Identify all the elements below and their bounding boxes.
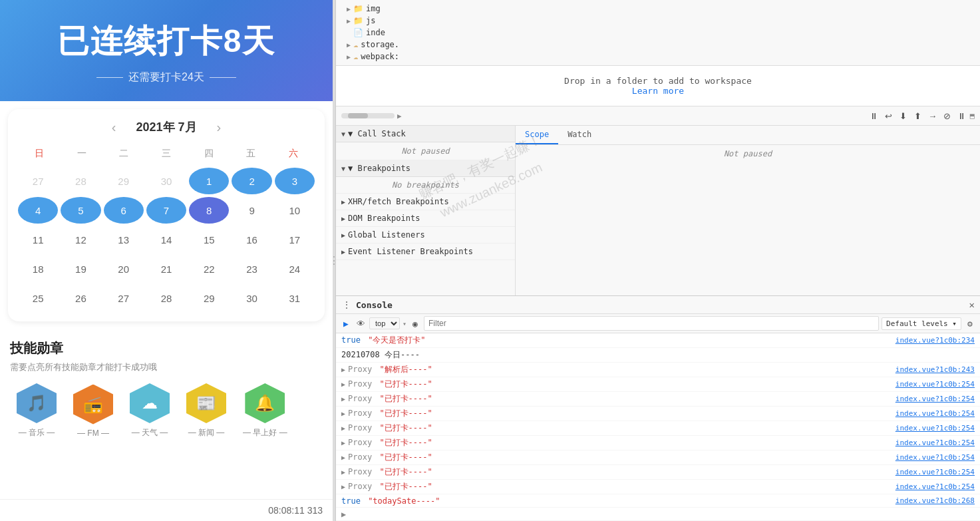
global-listeners-section[interactable]: ▶ Global Listeners bbox=[336, 227, 515, 244]
event-listener-breakpoints-section[interactable]: ▶ Event Listener Breakpoints bbox=[336, 244, 515, 260]
cal-day[interactable]: 10 bbox=[275, 197, 315, 224]
expand-arrow[interactable]: ▶ bbox=[341, 381, 345, 388]
expand-arrow[interactable]: ▶ bbox=[341, 366, 345, 373]
console-level-select[interactable]: Default levels ▾ bbox=[882, 317, 961, 330]
cal-day[interactable]: 13 bbox=[104, 226, 144, 253]
file-tree-item[interactable]: ▶ 📁 js bbox=[336, 15, 980, 27]
cal-day[interactable]: 21 bbox=[146, 256, 186, 282]
cal-day[interactable]: 22 bbox=[189, 256, 229, 282]
breakpoints-header[interactable]: ▼ ▼ Breakpoints bbox=[336, 160, 515, 177]
cal-day[interactable]: 27 bbox=[104, 285, 144, 311]
cal-day[interactable]: 3 bbox=[275, 168, 315, 194]
calendar-prev-button[interactable]: ‹ bbox=[112, 120, 116, 135]
cal-day-today[interactable]: 8 bbox=[189, 197, 229, 224]
cal-day[interactable]: 16 bbox=[232, 226, 271, 253]
console-filter-input[interactable] bbox=[424, 316, 879, 331]
cal-day[interactable]: 24 bbox=[275, 256, 315, 282]
scroll-right-arrow[interactable]: ▶ bbox=[397, 112, 402, 120]
pause-on-exception-button[interactable]: ⏸ bbox=[955, 109, 969, 122]
log-row[interactable]: true "今天是否打卡" index.vue?1c0b:234 bbox=[336, 333, 980, 348]
learn-more-link[interactable]: Learn more bbox=[632, 86, 684, 96]
expand-arrow[interactable]: ▶ bbox=[341, 395, 345, 403]
log-link[interactable]: index.vue?1c0b:254 bbox=[896, 380, 975, 389]
cal-day[interactable]: 2 bbox=[232, 168, 271, 194]
horizontal-scrollbar[interactable] bbox=[341, 113, 395, 118]
cal-day[interactable]: 25 bbox=[18, 285, 58, 311]
tab-watch[interactable]: Watch bbox=[558, 126, 601, 144]
cal-day[interactable]: 27 bbox=[18, 168, 58, 194]
pause-resume-button[interactable]: ⏸ bbox=[868, 109, 881, 122]
skill-item-music[interactable]: 🎵 — 音乐 — bbox=[17, 383, 57, 438]
log-link[interactable]: index.vue?1c0b:243 bbox=[896, 365, 975, 374]
skill-item-fm[interactable]: 📻 — FM — bbox=[73, 385, 113, 438]
cal-day[interactable]: 29 bbox=[189, 285, 229, 311]
execute-context-button[interactable]: ▶ bbox=[340, 317, 352, 329]
skill-item-news[interactable]: 📰 — 新闻 — bbox=[186, 383, 226, 438]
console-close-button[interactable]: ✕ bbox=[969, 299, 975, 310]
cal-day[interactable]: 17 bbox=[275, 226, 315, 253]
cal-day[interactable]: 11 bbox=[18, 226, 58, 253]
log-link[interactable]: index.vue?1c0b:254 bbox=[896, 453, 975, 462]
log-row[interactable]: ▶ Proxy "已打卡----" index.vue?1c0b:254 bbox=[336, 392, 980, 407]
cal-day[interactable]: 14 bbox=[146, 226, 186, 253]
log-link[interactable]: index.vue?1c0b:254 bbox=[896, 409, 975, 418]
continue-button[interactable]: → bbox=[926, 109, 939, 122]
expand-arrow[interactable]: ▶ bbox=[341, 468, 345, 476]
console-log-area[interactable]: true "今天是否打卡" index.vue?1c0b:234 2021070… bbox=[336, 333, 980, 521]
calendar-next-button[interactable]: › bbox=[217, 120, 222, 135]
log-link[interactable]: index.vue?1c0b:268 bbox=[896, 496, 975, 505]
expand-arrow[interactable]: ▶ bbox=[341, 410, 345, 417]
log-row[interactable]: ▶ Proxy "已打卡----" index.vue?1c0b:254 bbox=[336, 480, 980, 494]
file-tree-item[interactable]: ▶ ☁ storage. bbox=[336, 39, 980, 51]
cal-day[interactable]: 29 bbox=[104, 168, 144, 194]
step-out-button[interactable]: ⬆ bbox=[911, 109, 925, 122]
cal-day[interactable]: 15 bbox=[189, 226, 229, 253]
log-link[interactable]: index.vue?1c0b:254 bbox=[896, 424, 975, 433]
log-row[interactable]: ▶ Proxy "已打卡----" index.vue?1c0b:254 bbox=[336, 421, 980, 436]
cal-day[interactable]: 7 bbox=[146, 197, 186, 224]
cal-day[interactable]: 30 bbox=[232, 285, 271, 311]
console-settings-button[interactable]: ⚙ bbox=[964, 317, 976, 329]
log-row[interactable]: ▶ Proxy "已打卡----" index.vue?1c0b:254 bbox=[336, 436, 980, 450]
log-row[interactable]: ▶ Proxy "已打卡----" index.vue?1c0b:254 bbox=[336, 465, 980, 480]
cal-day[interactable]: 31 bbox=[275, 285, 315, 311]
cal-day[interactable]: 23 bbox=[232, 256, 271, 282]
cal-day[interactable]: 28 bbox=[146, 285, 186, 311]
expand-arrow[interactable]: ▶ bbox=[341, 439, 345, 446]
deactivate-breakpoints-button[interactable]: ⊘ bbox=[941, 109, 954, 122]
step-into-button[interactable]: ⬇ bbox=[897, 109, 910, 122]
step-over-button[interactable]: ↩ bbox=[882, 109, 896, 122]
expand-arrow[interactable]: ▶ bbox=[341, 483, 345, 490]
show-network-button[interactable]: ◉ bbox=[409, 317, 421, 329]
file-tree-item[interactable]: ▶ ☁ webpack: bbox=[336, 51, 980, 63]
tab-scope[interactable]: Scope bbox=[516, 126, 558, 144]
log-link[interactable]: index.vue?1c0b:254 bbox=[896, 438, 975, 447]
skill-item-weather[interactable]: ☁ — 天气 — bbox=[130, 383, 170, 438]
call-stack-header[interactable]: ▼ ▼ Call Stack bbox=[336, 126, 515, 142]
expand-arrow[interactable]: ▶ bbox=[341, 454, 345, 461]
cal-day[interactable]: 20 bbox=[104, 256, 144, 282]
log-link[interactable]: index.vue?1c0b:254 bbox=[896, 395, 975, 403]
cal-day[interactable]: 5 bbox=[61, 197, 100, 224]
cal-day[interactable]: 19 bbox=[61, 256, 100, 282]
expand-arrow[interactable]: ▶ bbox=[341, 425, 345, 432]
dom-breakpoints-section[interactable]: ▶ DOM Breakpoints bbox=[336, 210, 515, 227]
eye-button[interactable]: 👁 bbox=[355, 317, 367, 329]
cal-day[interactable]: 26 bbox=[61, 285, 100, 311]
log-link[interactable]: index.vue?1c0b:234 bbox=[896, 336, 975, 345]
log-row[interactable]: ▶ Proxy "已打卡----" index.vue?1c0b:254 bbox=[336, 450, 980, 465]
file-tree-item[interactable]: ▶ 📄 inde bbox=[336, 27, 980, 39]
top-select[interactable]: top bbox=[369, 317, 400, 329]
expand-all-icon[interactable]: ▶ bbox=[341, 510, 346, 519]
console-menu-button[interactable]: ⋮ bbox=[341, 299, 352, 310]
log-row[interactable]: true "todaySate----" index.vue?1c0b:268 bbox=[336, 494, 980, 508]
cal-day[interactable]: 1 bbox=[189, 168, 229, 194]
cal-day[interactable]: 12 bbox=[61, 226, 100, 253]
file-tree-item[interactable]: ▶ 📁 img bbox=[336, 3, 980, 15]
log-row[interactable]: ▶ Proxy "解析后----" index.vue?1c0b:243 bbox=[336, 363, 980, 377]
log-link[interactable]: index.vue?1c0b:254 bbox=[896, 468, 975, 476]
cal-day[interactable]: 28 bbox=[61, 168, 100, 194]
cal-day[interactable]: 6 bbox=[104, 197, 144, 224]
cal-day[interactable]: 18 bbox=[18, 256, 58, 282]
xhr-breakpoints-section[interactable]: ▶ XHR/fetch Breakpoints bbox=[336, 194, 515, 210]
